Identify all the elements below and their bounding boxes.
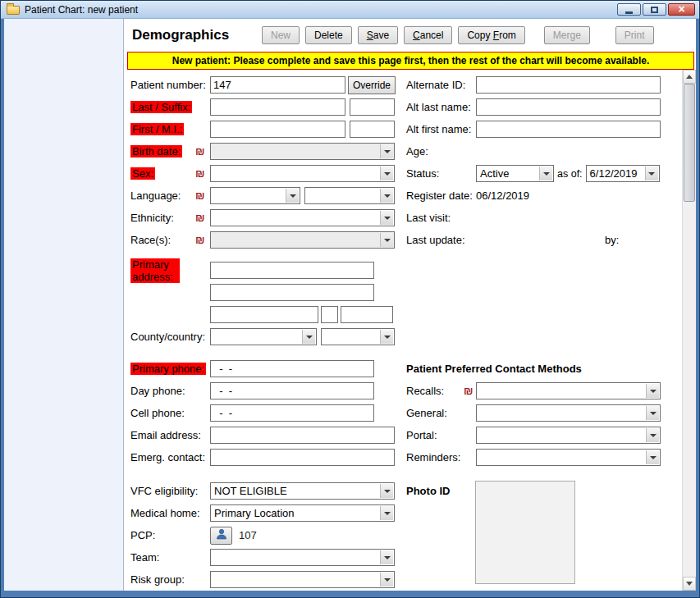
register-date-label: Register date: [406, 189, 464, 202]
audit-flag-icon: ₪ [464, 385, 474, 397]
risk-group-label: Risk group: [130, 573, 195, 586]
row-vfc: VFC eligibility: NOT ELIGIBLE Photo ID [130, 480, 682, 502]
as-of-date-select[interactable]: 6/12/2019 [586, 165, 660, 182]
patient-number-input[interactable] [210, 76, 345, 94]
scrollbar-thumb[interactable] [684, 84, 695, 202]
address-line1-input[interactable] [210, 262, 374, 279]
last-visit-label: Last visit: [406, 212, 464, 224]
row-medical-home: Medical home: Primary Location [130, 502, 682, 524]
reminders-select[interactable] [476, 449, 661, 466]
recalls-select[interactable] [476, 382, 661, 399]
races-label: Race(s): [130, 234, 195, 246]
risk-group-select[interactable] [210, 571, 395, 588]
chevron-down-icon [645, 167, 658, 180]
status-select[interactable]: Active [476, 165, 554, 182]
birth-date-select[interactable] [210, 143, 395, 160]
reminders-label: Reminders: [406, 451, 464, 463]
window-title: Patient Chart: new patient [25, 4, 138, 16]
person-icon [216, 528, 227, 542]
email-input[interactable] [210, 427, 395, 444]
scroll-down-button[interactable] [683, 577, 696, 591]
row-races: Race(s): ₪ Last update: by: [130, 229, 682, 251]
suffix-input[interactable] [350, 98, 395, 116]
contact-methods-heading: Patient Preferred Contact Methods [406, 363, 661, 375]
chevron-down-icon [380, 330, 393, 344]
primary-phone-label: Primary phone: [130, 363, 206, 375]
address-line2-input[interactable] [210, 284, 374, 301]
delete-button[interactable]: Delete [305, 26, 352, 44]
row-first-name: First / M.I.: Alt first name: [130, 118, 682, 140]
merge-button[interactable]: Merge [544, 26, 590, 44]
close-button[interactable]: × [668, 3, 695, 16]
country-select[interactable] [321, 328, 395, 345]
chevron-down-icon [646, 450, 659, 464]
save-button[interactable]: Save [358, 26, 398, 44]
page-header: Demographics New Delete Save Cancel Copy… [124, 19, 696, 52]
primary-phone-input[interactable] [210, 360, 374, 377]
ethnicity-select[interactable] [210, 209, 395, 226]
print-button[interactable]: Print [615, 26, 654, 44]
new-button[interactable]: New [262, 26, 300, 44]
chevron-down-icon [646, 406, 659, 420]
county-select[interactable] [210, 328, 317, 345]
birth-date-label: Birth date: [130, 145, 182, 157]
row-address-1: Primary address: [130, 259, 682, 281]
chevron-down-icon [380, 233, 393, 247]
portal-select[interactable] [476, 427, 661, 444]
row-address-2 [130, 281, 682, 304]
city-input[interactable] [210, 306, 318, 323]
copy-from-button[interactable]: Copy From [458, 26, 524, 44]
medical-home-select[interactable]: Primary Location [210, 504, 395, 522]
cell-phone-input[interactable] [210, 404, 374, 422]
age-label: Age: [406, 145, 464, 157]
zip-input[interactable] [341, 306, 393, 323]
races-select[interactable] [210, 231, 395, 249]
row-patient-number: Patient number: Override Alternate ID: [130, 74, 682, 96]
chevron-down-icon [380, 167, 393, 180]
chevron-down-icon [302, 330, 315, 344]
state-input[interactable] [321, 306, 338, 323]
pcp-value: 107 [239, 529, 257, 541]
new-patient-banner: New patient: Please complete and save th… [127, 52, 694, 70]
pcp-label: PCP: [130, 529, 195, 541]
alt-last-name-input[interactable] [476, 98, 661, 116]
title-bar[interactable]: Patient Chart: new patient × [1, 1, 699, 19]
first-name-input[interactable] [210, 121, 345, 138]
emerg-contact-input[interactable] [210, 449, 395, 466]
vertical-scrollbar[interactable] [682, 70, 696, 591]
general-select[interactable] [476, 404, 661, 422]
register-date-value: 06/12/2019 [476, 189, 529, 202]
sex-select[interactable] [210, 165, 395, 182]
audit-flag-icon: ₪ [195, 167, 205, 180]
chevron-down-icon [380, 189, 393, 203]
alternate-id-input[interactable] [476, 76, 661, 94]
alt-first-name-label: Alt first name: [406, 123, 464, 135]
override-button[interactable]: Override [348, 76, 396, 94]
team-select[interactable] [210, 549, 395, 566]
row-email: Email address: Portal: [130, 424, 682, 446]
middle-initial-input[interactable] [350, 121, 395, 138]
chevron-down-icon [380, 506, 393, 520]
ethnicity-label: Ethnicity: [130, 212, 195, 224]
scroll-up-button[interactable] [683, 70, 696, 84]
alt-first-name-input[interactable] [476, 121, 661, 138]
maximize-button[interactable] [643, 3, 666, 16]
language-secondary-select[interactable] [304, 187, 395, 204]
cancel-button[interactable]: Cancel [404, 26, 452, 44]
last-name-input[interactable] [210, 98, 345, 116]
day-phone-input[interactable] [210, 382, 374, 399]
vfc-select[interactable]: NOT ELIGIBLE [210, 482, 395, 500]
pcp-picker-button[interactable] [210, 527, 232, 545]
photo-id-label: Photo ID [406, 485, 464, 497]
audit-flag-icon: ₪ [195, 189, 205, 202]
chevron-down-icon [286, 189, 299, 203]
row-last-name: Last / Suffix: Alt last name: [130, 96, 682, 118]
language-select[interactable] [210, 187, 300, 204]
form-area: Patient number: Override Alternate ID: [124, 70, 696, 591]
sex-label: Sex: [130, 167, 155, 180]
cell-phone-label: Cell phone: [130, 407, 195, 419]
chevron-down-icon [539, 167, 552, 180]
minimize-button[interactable] [617, 3, 641, 16]
chevron-down-icon [380, 573, 393, 587]
scroll-down-icon [686, 582, 693, 586]
